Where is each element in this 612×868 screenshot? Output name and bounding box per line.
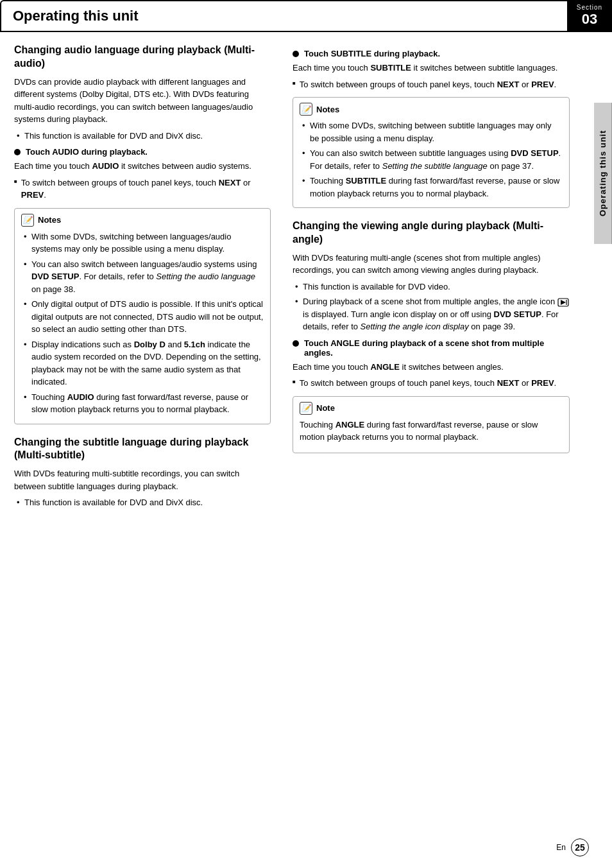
list-item: You can also switch between languages/au… bbox=[21, 258, 264, 296]
list-item: You can also switch between subtitle lan… bbox=[300, 147, 563, 172]
list-item: During playback of a scene shot from mul… bbox=[293, 295, 570, 333]
notes-box-section2: 📝 Notes With some DVDs, switching betwee… bbox=[293, 97, 570, 208]
touch-audio-body: Each time you touch AUDIO it switches be… bbox=[14, 160, 271, 173]
page-title: Operating this unit bbox=[13, 8, 556, 24]
list-item: With some DVDs, switching between langua… bbox=[21, 230, 264, 256]
section3-heading: Changing the viewing angle during playba… bbox=[293, 220, 570, 247]
list-item: Touching SUBTITLE during fast forward/fa… bbox=[300, 175, 563, 200]
notes-label: Notes bbox=[316, 105, 339, 114]
right-column: Touch SUBTITLE during playback. Each tim… bbox=[282, 44, 597, 514]
list-item: This function is available for DVD and D… bbox=[14, 130, 271, 143]
main-content: Changing audio language during playback … bbox=[0, 32, 612, 514]
svg-marker-1 bbox=[561, 300, 566, 305]
notes-header: 📝 Note bbox=[300, 402, 563, 415]
notes-label: Notes bbox=[38, 215, 61, 225]
footer: En 25 bbox=[556, 838, 589, 856]
angle-icon bbox=[557, 298, 569, 307]
note-label: Note bbox=[316, 403, 335, 413]
notes-icon: 📝 bbox=[300, 402, 312, 415]
notes-icon: 📝 bbox=[21, 214, 34, 227]
list-item: Only digital output of DTS audio is poss… bbox=[21, 298, 264, 336]
square-bullet-angle: To switch between groups of touch panel … bbox=[293, 377, 570, 390]
section3-bullet-list: This function is available for DVD video… bbox=[293, 281, 570, 333]
bullet-dot bbox=[293, 340, 299, 347]
list-item: Touching AUDIO during fast forward/fast … bbox=[21, 391, 264, 416]
notes-box-section1: 📝 Notes With some DVDs, switching betwee… bbox=[14, 208, 271, 424]
header-title-box: Operating this unit bbox=[0, 0, 567, 31]
square-bullet-subtitle: To switch between groups of touch panel … bbox=[293, 78, 570, 91]
header: Operating this unit Section 03 bbox=[0, 0, 612, 32]
list-item: This function is available for DVD video… bbox=[293, 281, 570, 293]
touch-angle-heading: Touch ANGLE during playback of a scene s… bbox=[293, 338, 570, 358]
square-bullet-audio: To switch between groups of touch panel … bbox=[14, 177, 271, 202]
section-label: Section bbox=[577, 4, 602, 11]
bullet-dot bbox=[14, 149, 21, 155]
touch-subtitle-heading: Touch SUBTITLE during playback. bbox=[293, 49, 570, 58]
bullet-dot bbox=[293, 51, 299, 57]
section1-heading: Changing audio language during playback … bbox=[14, 44, 271, 71]
touch-angle-body: Each time you touch ANGLE it switches be… bbox=[293, 361, 570, 374]
section2-intro: With DVDs featuring multi-subtitle recor… bbox=[14, 467, 271, 492]
section-badge: Section 03 bbox=[567, 0, 612, 31]
side-tab: Operating this unit bbox=[594, 103, 612, 244]
section1-intro: DVDs can provide audio playback with dif… bbox=[14, 76, 271, 126]
section3-intro: With DVDs featuring multi-angle (scenes … bbox=[293, 252, 570, 277]
note-text: Touching ANGLE during fast forward/fast … bbox=[300, 419, 563, 444]
section1-bullet-list: This function is available for DVD and D… bbox=[14, 130, 271, 143]
notes-icon: 📝 bbox=[300, 103, 312, 116]
touch-subtitle-body: Each time you touch SUBTITLE it switches… bbox=[293, 62, 570, 74]
notes-list: With some DVDs, switching between langua… bbox=[21, 230, 264, 416]
list-item: This function is available for DVD and D… bbox=[14, 496, 271, 509]
list-item: With some DVDs, switching between subtit… bbox=[300, 119, 563, 144]
list-item: Display indications such as Dolby D and … bbox=[21, 338, 264, 388]
section-number: 03 bbox=[582, 11, 597, 28]
notes-list: With some DVDs, switching between subtit… bbox=[300, 119, 563, 200]
touch-audio-heading: Touch AUDIO during playback. bbox=[14, 147, 271, 157]
notes-box-section3: 📝 Note Touching ANGLE during fast forwar… bbox=[293, 396, 570, 453]
page-number: 25 bbox=[571, 838, 589, 856]
notes-header: 📝 Notes bbox=[21, 214, 264, 227]
section2-heading: Changing the subtitle language during pl… bbox=[14, 436, 271, 463]
notes-header: 📝 Notes bbox=[300, 103, 563, 116]
left-column: Changing audio language during playback … bbox=[0, 44, 282, 514]
en-label: En bbox=[556, 843, 566, 852]
section2-bullet-list: This function is available for DVD and D… bbox=[14, 496, 271, 509]
